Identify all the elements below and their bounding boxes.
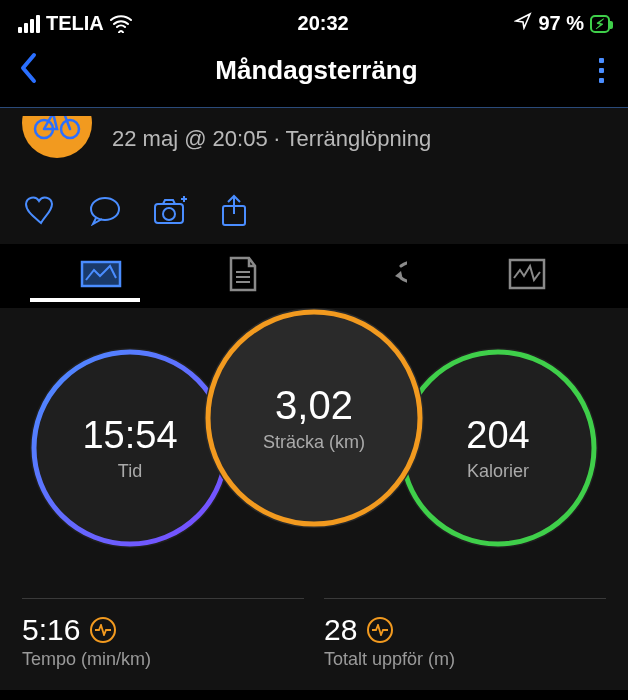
location-icon	[514, 12, 532, 35]
charging-icon: ⚡︎	[595, 17, 605, 31]
ascent-label: Totalt uppför (m)	[324, 649, 606, 670]
avatar-clip	[22, 116, 92, 162]
tab-laps[interactable]	[314, 260, 456, 300]
tab-overview[interactable]	[30, 258, 172, 302]
pace-label: Tempo (min/km)	[22, 649, 304, 670]
stat-pace[interactable]: 5:16 Tempo (min/km)	[22, 598, 304, 670]
back-button[interactable]	[18, 51, 40, 89]
page-title: Måndagsterräng	[215, 55, 417, 86]
svg-point-8	[34, 352, 226, 544]
tab-charts[interactable]	[456, 258, 598, 302]
share-button[interactable]	[220, 194, 248, 228]
pace-value: 5:16	[22, 613, 80, 647]
stat-ascent[interactable]: 28 Totalt uppför (m)	[324, 598, 606, 670]
activity-meta: 22 maj @ 20:05 · Terränglöpning	[112, 126, 431, 152]
bicycle-icon	[33, 116, 81, 140]
status-right: 97 % ⚡︎	[514, 12, 610, 35]
ascent-value: 28	[324, 613, 357, 647]
gauge-calories[interactable]: 204 Kalorier	[398, 348, 598, 548]
pulse-icon	[367, 617, 393, 643]
gauges: 15:54 Tid 204 Kalorier 3,02 Sträcka (km)	[0, 308, 628, 598]
status-bar: TELIA 20:32 97 % ⚡︎	[0, 0, 628, 41]
activity-summary[interactable]: 22 maj @ 20:05 · Terränglöpning	[0, 108, 628, 184]
clock: 20:32	[298, 12, 349, 35]
bottom-stats: 5:16 Tempo (min/km) 28 Totalt uppför (m)	[0, 598, 628, 690]
pulse-icon	[90, 617, 116, 643]
camera-button[interactable]	[152, 196, 190, 226]
battery-icon: ⚡︎	[590, 15, 610, 33]
svg-point-9	[402, 352, 594, 544]
gauge-distance[interactable]: 3,02 Sträcka (km)	[204, 308, 424, 528]
more-menu-button[interactable]	[593, 54, 610, 87]
battery-percent: 97 %	[538, 12, 584, 35]
tab-bar	[0, 244, 628, 304]
wifi-icon	[110, 15, 132, 33]
svg-point-10	[208, 312, 420, 524]
like-button[interactable]	[24, 196, 58, 226]
activity-avatar	[22, 116, 92, 158]
tab-details[interactable]	[172, 256, 314, 304]
signal-icon	[18, 15, 40, 33]
social-bar	[0, 184, 628, 244]
nav-header: Måndagsterräng	[0, 41, 628, 107]
gauge-time[interactable]: 15:54 Tid	[30, 348, 230, 548]
status-left: TELIA	[18, 12, 132, 35]
svg-point-2	[91, 198, 119, 220]
carrier-label: TELIA	[46, 12, 104, 35]
svg-point-4	[163, 208, 175, 220]
comment-button[interactable]	[88, 196, 122, 226]
